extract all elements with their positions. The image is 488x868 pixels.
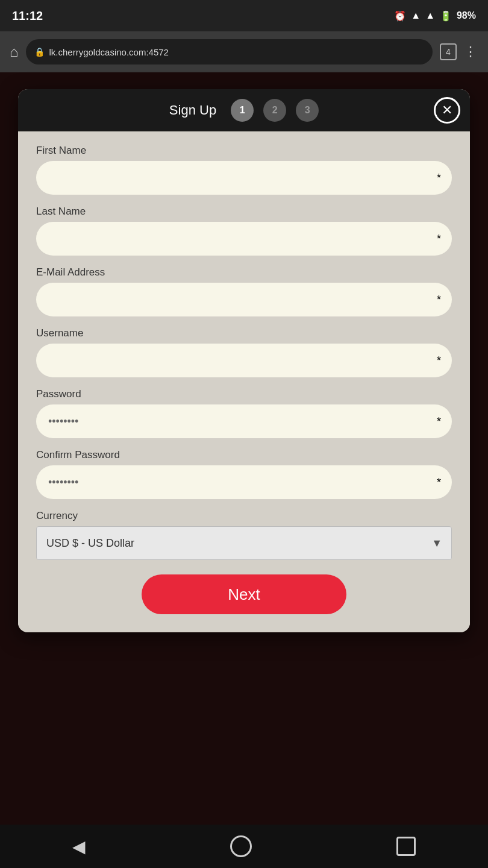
modal-title: Sign Up	[169, 102, 216, 118]
last-name-wrapper: *	[36, 222, 452, 256]
battery-percent: 98%	[457, 10, 476, 21]
recents-icon[interactable]	[396, 837, 416, 856]
lock-icon: 🔒	[34, 47, 45, 57]
modal-body: First Name * Last Name * E-Mail Address …	[18, 131, 470, 632]
first-name-wrapper: *	[36, 161, 452, 195]
last-name-label: Last Name	[36, 206, 452, 218]
status-icons: ⏰ ▲ ▲ 🔋 98%	[394, 10, 476, 22]
signup-modal: Sign Up 1 2 3 ✕ First Name * Last Name *	[18, 89, 470, 632]
username-input[interactable]	[36, 344, 452, 377]
confirm-password-input[interactable]	[36, 465, 452, 499]
currency-select[interactable]: USD $ - US Dollar EUR € - Euro GBP £ - B…	[36, 526, 452, 560]
nav-bar: ◀	[0, 825, 488, 868]
confirm-password-wrapper: *	[36, 465, 452, 499]
password-label: Password	[36, 388, 452, 400]
status-bar: 11:12 ⏰ ▲ ▲ 🔋 98%	[0, 0, 488, 31]
menu-icon[interactable]: ⋮	[464, 44, 478, 60]
step-1-circle[interactable]: 1	[231, 99, 254, 122]
currency-label: Currency	[36, 510, 452, 522]
time: 11:12	[12, 9, 43, 23]
step-2-label: 2	[272, 105, 278, 116]
step-3-label: 3	[305, 105, 310, 116]
currency-group: Currency USD $ - US Dollar EUR € - Euro …	[36, 510, 452, 560]
url-text: lk.cherrygoldcasino.com:4572	[49, 47, 169, 57]
username-group: Username *	[36, 327, 452, 377]
currency-select-wrapper: USD $ - US Dollar EUR € - Euro GBP £ - B…	[36, 526, 452, 560]
wifi-icon: ▲	[411, 10, 421, 21]
home-icon[interactable]: ⌂	[10, 43, 19, 60]
back-icon[interactable]: ◀	[72, 837, 86, 857]
modal-header: Sign Up 1 2 3 ✕	[18, 89, 470, 131]
step-1-label: 1	[240, 105, 245, 116]
tab-badge[interactable]: 4	[440, 43, 457, 60]
username-wrapper: *	[36, 344, 452, 377]
first-name-group: First Name *	[36, 145, 452, 195]
email-label: E-Mail Address	[36, 266, 452, 278]
step-2-circle[interactable]: 2	[263, 99, 286, 122]
email-input[interactable]	[36, 283, 452, 316]
username-label: Username	[36, 327, 452, 339]
confirm-password-label: Confirm Password	[36, 449, 452, 461]
next-button[interactable]: Next	[142, 574, 346, 614]
signal-icon: ▲	[425, 10, 435, 21]
last-name-group: Last Name *	[36, 206, 452, 256]
password-wrapper: *	[36, 404, 452, 438]
close-button[interactable]: ✕	[434, 97, 460, 124]
battery-icon: 🔋	[440, 10, 452, 22]
first-name-label: First Name	[36, 145, 452, 157]
email-wrapper: *	[36, 283, 452, 316]
alarm-icon: ⏰	[394, 10, 406, 22]
confirm-password-group: Confirm Password *	[36, 449, 452, 499]
password-input[interactable]	[36, 404, 452, 438]
first-name-input[interactable]	[36, 161, 452, 195]
address-bar[interactable]: 🔒 lk.cherrygoldcasino.com:4572	[26, 39, 433, 64]
email-group: E-Mail Address *	[36, 266, 452, 316]
step-3-circle[interactable]: 3	[296, 99, 319, 122]
browser-bar: ⌂ 🔒 lk.cherrygoldcasino.com:4572 4 ⋮	[0, 31, 488, 72]
password-group: Password *	[36, 388, 452, 438]
home-nav-icon[interactable]	[230, 835, 252, 857]
last-name-input[interactable]	[36, 222, 452, 256]
